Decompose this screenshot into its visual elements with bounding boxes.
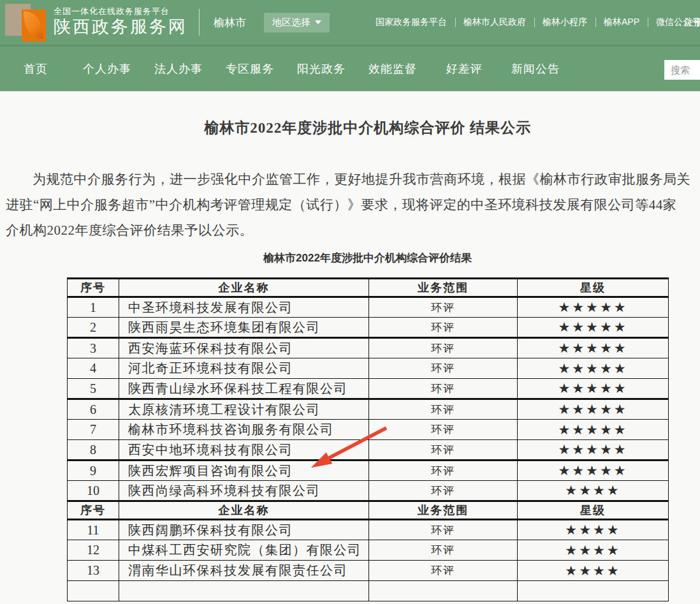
- cell-no: 13: [68, 561, 119, 581]
- announcement-page: 榆林市2022年度涉批中介机构综合评价 结果公示 为规范中介服务行为，进一步强化…: [0, 91, 700, 604]
- cell-name: 太原核清环境工程设计有限公司: [119, 399, 369, 420]
- column-header: 序号: [68, 501, 119, 520]
- cell-no: 5: [68, 379, 119, 399]
- cell-name: 西安中地环境科技有限公司: [119, 440, 369, 460]
- cell-empty: [68, 581, 119, 601]
- column-header: 企业名称: [119, 501, 369, 520]
- table-header-row: 序号企业名称业务范围星级: [68, 279, 669, 297]
- star-rating: ★★★★: [518, 520, 669, 540]
- table-row: 13渭南华山环保科技发展有限责任公司环评★★★★: [68, 561, 669, 581]
- cell-no: 9: [68, 460, 119, 481]
- announcement-paragraph: 为规范中介服务行为，进一步强化中介监管工作，更好地提升我市营商环境，根据《榆林市…: [6, 166, 700, 243]
- cell-no: 2: [68, 318, 119, 338]
- table-row: 2陕西雨昊生态环境集团有限公司环评★★★★★: [68, 318, 669, 338]
- table-row: 3西安海蓝环保科技有限公司环评★★★★★: [68, 338, 669, 358]
- star-rating: ★★★★★: [518, 379, 669, 399]
- cell-name: 渭南华山环保科技发展有限责任公司: [119, 561, 369, 581]
- star-rating: ★★★★★: [518, 440, 669, 460]
- region-selector-button[interactable]: 地区选择: [264, 13, 330, 33]
- search-input[interactable]: [664, 60, 700, 80]
- table-caption: 榆林市2022年度涉批中介机构综合评价结果: [0, 251, 700, 265]
- table-header-row: 序号企业名称业务范围星级: [68, 501, 669, 520]
- table-row-partial: [68, 581, 669, 601]
- cell-no: 8: [68, 440, 119, 460]
- cell-name: 陕西尚绿高科环境科技有限公司: [119, 481, 369, 501]
- nav-item-6[interactable]: 效能监督: [357, 61, 428, 77]
- cell-no: 11: [68, 520, 119, 540]
- table-row: 10陕西尚绿高科环境科技有限公司环评★★★★: [68, 481, 669, 501]
- star-rating: ★★★★: [518, 561, 669, 581]
- table-row: 8西安中地环境科技有限公司环评★★★★★: [68, 440, 669, 460]
- nav-item-3[interactable]: 法人办事: [143, 61, 214, 77]
- nav-item-1[interactable]: 首页: [0, 61, 71, 77]
- region-selector-label: 地区选择: [272, 17, 310, 29]
- cell-scope: 环评: [369, 358, 518, 379]
- cell-scope: 环评: [369, 379, 518, 399]
- cell-no: 3: [68, 338, 119, 358]
- site-header: 全国一体化在线政务服务平台 陕西政务服务网 榆林市 地区选择 国家政务服务平台榆…: [0, 0, 700, 45]
- cell-scope: 环评: [369, 420, 518, 440]
- header-link[interactable]: 榆林APP: [595, 17, 648, 28]
- evaluation-results-table: 序号企业名称业务范围星级1中圣环境科技发展有限公司环评★★★★★2陕西雨昊生态环…: [67, 277, 669, 601]
- cell-scope: 环评: [369, 561, 518, 581]
- cell-name: 陕西雨昊生态环境集团有限公司: [119, 318, 369, 338]
- star-rating: ★★★★★: [518, 318, 669, 338]
- header-link[interactable]: 榆林市人民政府: [455, 17, 534, 28]
- site-name: 陕西政务服务网: [54, 17, 187, 38]
- star-rating: ★★★★★: [518, 358, 669, 379]
- table-row: 6太原核清环境工程设计有限公司环评★★★★★: [68, 399, 669, 420]
- cell-scope: 环评: [369, 440, 518, 460]
- chevron-down-icon: [315, 20, 321, 24]
- nav-item-4[interactable]: 专区服务: [214, 61, 286, 77]
- header-link[interactable]: 榆林小程序: [534, 17, 595, 28]
- cell-scope: 环评: [369, 460, 518, 481]
- column-header: 星级: [518, 501, 669, 520]
- cell-name: 西安海蓝环保科技有限公司: [119, 338, 369, 358]
- page-title: 榆林市2022年度涉批中介机构综合评价 结果公示: [0, 118, 700, 138]
- nav-item-7[interactable]: 好差评: [428, 61, 500, 77]
- star-rating: ★★★★★: [518, 399, 669, 420]
- column-header: 业务范围: [369, 501, 518, 520]
- table-row: 7榆林市环境科技咨询服务有限公司环评★★★★★: [68, 420, 669, 440]
- star-rating: ★★★★: [518, 540, 669, 561]
- register-link[interactable]: 注册: [684, 0, 700, 45]
- star-rating: ★★★★★: [518, 338, 669, 358]
- table-row: 11陕西阔鹏环保科技有限公司环评★★★★: [68, 520, 669, 540]
- table-row: 4河北奇正环境科技有限公司环评★★★★★: [68, 358, 669, 379]
- star-rating: ★★★★★: [518, 420, 669, 440]
- current-city-label: 榆林市: [214, 15, 246, 30]
- column-header: 序号: [68, 279, 119, 297]
- cell-name: 榆林市环境科技咨询服务有限公司: [119, 420, 369, 440]
- cell-scope: 环评: [369, 297, 518, 318]
- cell-no: 1: [68, 297, 119, 318]
- paragraph-line: 进驻“网上中介服务超市”中介机构考评管理规定（试行）》要求，现将评定的中圣环境科…: [6, 192, 700, 217]
- column-header: 企业名称: [119, 279, 369, 297]
- nav-item-5[interactable]: 阳光政务: [286, 61, 357, 77]
- cell-name: 河北奇正环境科技有限公司: [119, 358, 369, 379]
- nav-item-2[interactable]: 个人办事: [71, 61, 143, 77]
- cell-scope: 环评: [369, 540, 518, 561]
- cell-scope: 环评: [369, 338, 518, 358]
- cell-no: 10: [68, 481, 119, 501]
- cell-scope: 环评: [369, 318, 518, 338]
- cell-name: 中煤科工西安研究院（集团）有限公司: [119, 540, 369, 561]
- cell-name: 陕西青山绿水环保科技工程有限公司: [119, 379, 369, 399]
- nav-items: 首页个人办事法人办事专区服务阳光政务效能监督好差评新闻公告: [0, 47, 700, 91]
- nav-item-8[interactable]: 新闻公告: [500, 61, 571, 77]
- cell-name: 陕西阔鹏环保科技有限公司: [119, 520, 369, 540]
- cell-no: 6: [68, 399, 119, 420]
- header-link[interactable]: 国家政务服务平台: [367, 17, 455, 28]
- cell-scope: 环评: [369, 520, 518, 540]
- paragraph-line: 为规范中介服务行为，进一步强化中介监管工作，更好地提升我市营商环境，根据《榆林市…: [6, 166, 700, 192]
- paragraph-line: 介机构2022年度综合评价结果予以公示。: [6, 217, 700, 243]
- cell-empty: [119, 581, 369, 601]
- cell-name: 陕西宏辉项目咨询有限公司: [119, 460, 369, 481]
- table-row: 1中圣环境科技发展有限公司环评★★★★★: [68, 297, 669, 318]
- cell-no: 7: [68, 420, 119, 440]
- platform-tagline: 全国一体化在线政务服务平台: [54, 6, 187, 17]
- main-nav: 首页个人办事法人办事专区服务阳光政务效能监督好差评新闻公告: [0, 45, 700, 91]
- cell-no: 12: [68, 540, 119, 561]
- star-rating: ★★★★: [518, 481, 669, 501]
- column-header: 星级: [518, 279, 669, 297]
- star-rating: ★★★★★: [518, 460, 669, 481]
